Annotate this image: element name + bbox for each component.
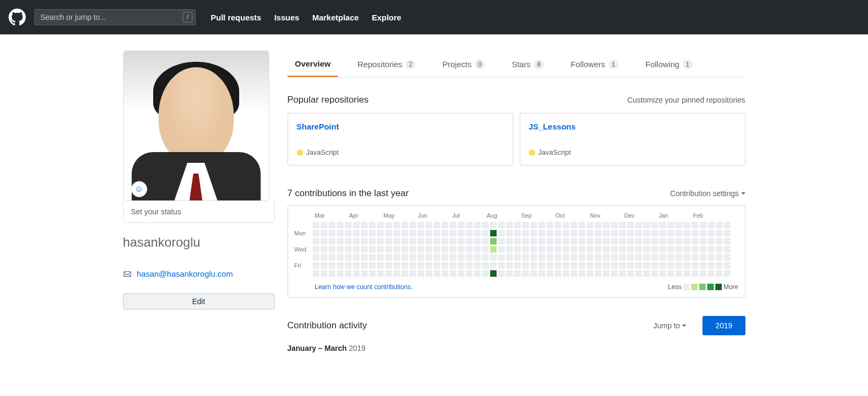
contribution-cell[interactable] [474,254,480,261]
contribution-cell[interactable] [482,246,489,253]
contribution-cell[interactable] [627,222,634,228]
contribution-cell[interactable] [498,246,505,253]
contribution-cell[interactable] [369,254,376,261]
contribution-cell[interactable] [619,230,626,236]
contribution-cell[interactable] [466,254,472,261]
contribution-cell[interactable] [668,270,674,277]
contribution-cell[interactable] [579,230,585,236]
contribution-cell[interactable] [353,262,360,269]
contribution-cell[interactable] [611,230,618,236]
contribution-cell[interactable] [587,246,593,253]
contribution-cell[interactable] [539,246,545,253]
contribution-cell[interactable] [692,222,698,228]
contribution-cell[interactable] [603,254,609,261]
contribution-cell[interactable] [474,222,480,228]
contribution-cell[interactable] [603,270,609,277]
contribution-cell[interactable] [418,238,424,244]
contribution-cell[interactable] [321,222,327,228]
contribution-cell[interactable] [498,254,505,261]
contribution-cell[interactable] [361,246,368,253]
contribution-cell[interactable] [410,246,416,253]
nav-explore[interactable]: Explore [365,13,408,22]
contribution-cell[interactable] [692,270,698,277]
contribution-cell[interactable] [345,222,351,228]
contribution-cell[interactable] [579,270,585,277]
contribution-cell[interactable] [716,222,722,228]
contribution-cell[interactable] [321,270,327,277]
tab-repositories[interactable]: Repositories2 [350,51,423,77]
contribution-cell[interactable] [313,270,319,277]
contribution-cell[interactable] [506,222,513,228]
contribution-cell[interactable] [676,222,682,228]
contribution-cell[interactable] [539,262,545,269]
contribution-cell[interactable] [393,222,400,228]
contribution-cell[interactable] [563,246,569,253]
contribution-cell[interactable] [627,254,634,261]
contribution-cell[interactable] [700,270,706,277]
contribution-cell[interactable] [668,222,674,228]
contribution-cell[interactable] [385,238,392,244]
contribution-cell[interactable] [385,230,392,236]
contribution-cell[interactable] [619,238,626,244]
contribution-cell[interactable] [547,254,553,261]
contribution-cell[interactable] [651,222,658,228]
contribution-cell[interactable] [716,254,722,261]
contribution-cell[interactable] [458,222,464,228]
contribution-cell[interactable] [401,222,408,228]
contribution-cell[interactable] [684,270,690,277]
contribution-cell[interactable] [385,246,392,253]
contribution-cell[interactable] [466,262,472,269]
contribution-cell[interactable] [321,262,327,269]
contribution-cell[interactable] [369,270,376,277]
contribution-cell[interactable] [651,254,658,261]
contribution-cell[interactable] [651,262,658,269]
contribution-cell[interactable] [313,254,319,261]
tab-projects[interactable]: Projects0 [435,51,492,77]
contribution-cell[interactable] [651,238,658,244]
contribution-cell[interactable] [571,222,577,228]
contribution-cell[interactable] [506,238,513,244]
contribution-cell[interactable] [708,254,714,261]
contribution-cell[interactable] [611,222,618,228]
contribution-cell[interactable] [530,254,537,261]
contribution-cell[interactable] [659,262,666,269]
contribution-cell[interactable] [555,270,561,277]
contribution-cell[interactable] [410,230,416,236]
contribution-cell[interactable] [700,238,706,244]
contribution-cell[interactable] [514,246,521,253]
contribution-cell[interactable] [651,270,658,277]
contribution-cell[interactable] [377,230,384,236]
contribution-cell[interactable] [595,262,601,269]
contribution-cell[interactable] [724,246,730,253]
contribution-cell[interactable] [676,238,682,244]
contribution-cell[interactable] [692,238,698,244]
contribution-cell[interactable] [724,262,730,269]
contribution-cell[interactable] [458,230,464,236]
contribution-cell[interactable] [579,262,585,269]
contribution-cell[interactable] [418,262,424,269]
contribution-cell[interactable] [482,230,489,236]
contribution-cell[interactable] [514,262,521,269]
contribution-cell[interactable] [635,230,642,236]
contribution-cell[interactable] [506,270,513,277]
contribution-cell[interactable] [401,230,408,236]
contribution-cell[interactable] [708,222,714,228]
contribution-cell[interactable] [329,238,335,244]
avatar[interactable]: ☺ [123,51,269,201]
contribution-cell[interactable] [313,246,319,253]
contribution-cell[interactable] [700,254,706,261]
contribution-cell[interactable] [514,230,521,236]
contribution-cell[interactable] [547,222,553,228]
contribution-cell[interactable] [450,246,456,253]
contribution-cell[interactable] [595,270,601,277]
contribution-cell[interactable] [724,230,730,236]
contribution-cell[interactable] [466,230,472,236]
contribution-cell[interactable] [353,222,360,228]
contribution-cell[interactable] [692,262,698,269]
contribution-cell[interactable] [603,246,609,253]
contribution-cell[interactable] [547,270,553,277]
contribution-cell[interactable] [595,222,601,228]
contribution-cell[interactable] [410,222,416,228]
contribution-cell[interactable] [676,254,682,261]
contribution-cell[interactable] [692,254,698,261]
